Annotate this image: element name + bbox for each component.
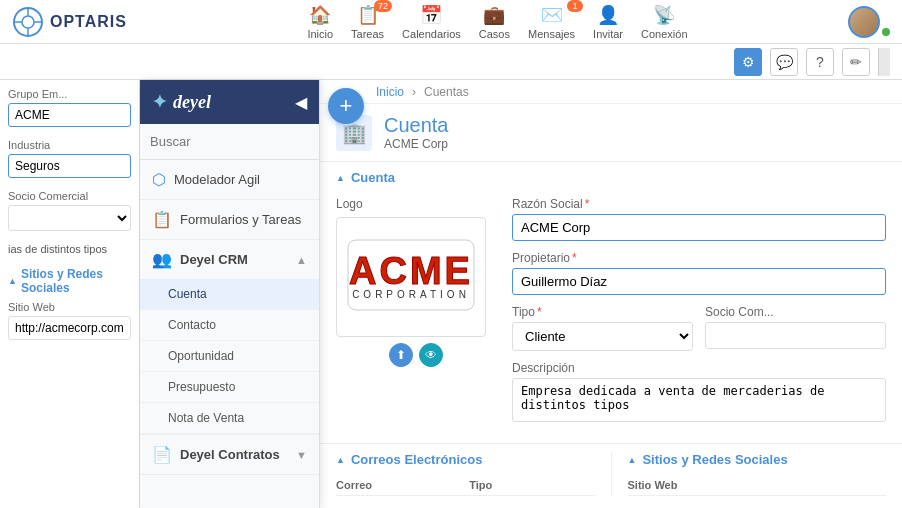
propietario-input[interactable] (512, 268, 886, 295)
industria-label: Industria (8, 139, 131, 151)
top-navigation: OPTARIS 🏠 Inicio 📋 72 Tareas 📅 Calendari… (0, 0, 902, 44)
breadcrumb-inicio[interactable]: Inicio (376, 85, 404, 99)
contratos-group-label: Deyel Contratos (180, 447, 280, 462)
sidebar-item-contacto[interactable]: Contacto (140, 310, 319, 341)
svg-text:ACME: ACME (349, 250, 473, 292)
nav-conexion-label: Conexión (641, 28, 687, 40)
contratos-icon: 📄 (152, 445, 172, 464)
razon-social-input[interactable] (512, 214, 886, 241)
sitios-section-title-bottom: Sitios y Redes Sociales (628, 452, 887, 467)
sidebar-item-oportunidad[interactable]: Oportunidad (140, 341, 319, 372)
sidebar-logo: ✦ deyel (152, 91, 211, 113)
mensajes-badge: 1 (567, 0, 583, 12)
app-name: OPTARIS (50, 13, 127, 31)
crm-chevron-icon: ▲ (296, 254, 307, 266)
toolbar-help-btn[interactable]: ? (806, 48, 834, 76)
main-layout: Grupo Em... ACME Industria Seguros Socio… (0, 80, 902, 508)
toolbar-edit-btn[interactable]: ✏ (842, 48, 870, 76)
sidebar-item-modelador[interactable]: ⬡ Modelador Agil (140, 160, 319, 200)
logo-view-btn[interactable]: 👁 (419, 343, 443, 367)
nav-calendarios[interactable]: 📅 Calendarios (402, 4, 461, 40)
sidebar-item-formularios[interactable]: 📋 Formularios y Tareas (140, 200, 319, 240)
nav-mensajes-label: Mensajes (528, 28, 575, 40)
sidebar-item-cuenta[interactable]: Cuenta (140, 279, 319, 310)
correo-col-header: Correo (336, 479, 461, 491)
logo-upload-btn[interactable]: ⬆ (389, 343, 413, 367)
contratos-chevron-icon: ▼ (296, 449, 307, 461)
razon-social-label: Razón Social * (512, 197, 886, 211)
correos-section: Correos Electrónicos Correo Tipo (336, 452, 595, 496)
sidebar-collapse-btn[interactable]: ◀ (295, 93, 307, 112)
section-title: Cuenta (336, 170, 886, 185)
acme-logo-svg: ACME CORPORATION ACME ACME (346, 232, 476, 322)
nav-calendarios-label: Calendarios (402, 28, 461, 40)
sitio-web-label: Sitio Web (8, 301, 131, 313)
tipo-row: Tipo * Cliente Proveedor Socio Competido… (512, 305, 693, 351)
sitio-web-input[interactable]: http://acmecorp.com.ar/ (8, 316, 131, 340)
sitio-web-col-header: Sitio Web (628, 479, 887, 491)
socio-comercial-label: Socio Comercial (8, 190, 131, 202)
grupo-empresa-input[interactable]: ACME (8, 103, 131, 127)
razon-social-row: Razón Social * (512, 197, 886, 241)
sitios-redes-section: Sitios y Redes Sociales Sitio Web (611, 452, 887, 496)
breadcrumb-cuentas: Cuentas (424, 85, 469, 99)
app-logo[interactable]: OPTARIS (12, 6, 127, 38)
crm-group-label: Deyel CRM (180, 252, 248, 267)
nav-invitar-label: Invitar (593, 28, 623, 40)
page-header: 🏢 Cuenta ACME Corp (320, 104, 902, 162)
sitio-web-field: Sitio Web http://acmecorp.com.ar/ (8, 301, 131, 340)
industria-input[interactable]: Seguros (8, 154, 131, 178)
propietario-required: * (572, 251, 577, 265)
sidebar-item-nota-venta[interactable]: Nota de Venta (140, 403, 319, 434)
user-avatar[interactable] (848, 6, 880, 38)
nav-conexion[interactable]: 📡 Conexión (641, 4, 687, 40)
socio-com-label: Socio Com... (705, 305, 886, 319)
logo-icon (12, 6, 44, 38)
sidebar-group-crm-header[interactable]: 👥 Deyel CRM ▲ (140, 240, 319, 279)
page-title: Cuenta (384, 114, 449, 137)
correos-section-title: Correos Electrónicos (336, 452, 595, 467)
nav-invitar[interactable]: 👤 Invitar (593, 4, 623, 40)
online-status (882, 28, 890, 36)
tipo-select[interactable]: Cliente Proveedor Socio Competidor (512, 322, 693, 351)
sidebar-group-crm: 👥 Deyel CRM ▲ Cuenta Contacto Oportunida… (140, 240, 319, 435)
sitios-table-header: Sitio Web (628, 479, 887, 496)
socio-com-input[interactable] (705, 322, 886, 349)
logo-label: Logo (336, 197, 496, 211)
propietario-row: Propietario * (512, 251, 886, 295)
nav-tareas[interactable]: 📋 72 Tareas (351, 4, 384, 40)
main-content: + Inicio › Cuentas 🏢 Cuenta ACME Corp Cu… (320, 80, 902, 508)
sidebar: ✦ deyel ◀ 🔍 ⬡ Modelador Agil 📋 Formulari… (140, 80, 320, 508)
toolbar-chat-btn[interactable]: 💬 (770, 48, 798, 76)
descripcion-textarea[interactable]: Empresa dedicada a venta de mercaderias … (512, 378, 886, 422)
page-subtitle: ACME Corp (384, 137, 449, 151)
breadcrumb: Inicio › Cuentas (320, 80, 902, 104)
grupo-empresa-field: Grupo Em... ACME (8, 88, 131, 127)
toolbar-settings-btn[interactable]: ⚙ (734, 48, 762, 76)
nav-inicio[interactable]: 🏠 Inicio (307, 4, 333, 40)
socio-comercial-select[interactable] (8, 205, 131, 231)
svg-point-1 (22, 16, 34, 28)
industria-field: Industria Seguros (8, 139, 131, 178)
tipo-label: Tipo * (512, 305, 693, 319)
cases-icon: 💼 (483, 4, 505, 26)
sitios-section-title: Sitios y Redes Sociales (8, 267, 131, 295)
form-logo-area: Logo ACME CORPORATION ACME ACME (336, 197, 496, 435)
sidebar-group-contratos-header[interactable]: 📄 Deyel Contratos ▼ (140, 435, 319, 474)
nav-mensajes[interactable]: ✉️ 1 Mensajes (528, 4, 575, 40)
page-header-text: Cuenta ACME Corp (384, 114, 449, 151)
propietario-label: Propietario * (512, 251, 886, 265)
scrollbar-track[interactable] (878, 48, 890, 76)
sidebar-item-modelador-label: Modelador Agil (174, 172, 260, 187)
invite-icon: 👤 (597, 4, 619, 26)
sidebar-item-presupuesto[interactable]: Presupuesto (140, 372, 319, 403)
sidebar-menu: ⬡ Modelador Agil 📋 Formularios y Tareas … (140, 160, 319, 475)
nav-casos[interactable]: 💼 Casos (479, 4, 510, 40)
fab-add-button[interactable]: + (328, 88, 364, 124)
bottom-sections: Correos Electrónicos Correo Tipo Sitios … (320, 443, 902, 504)
sidebar-search-input[interactable] (150, 134, 318, 149)
messages-icon: ✉️ (541, 4, 563, 26)
sidebar-group-contratos: 📄 Deyel Contratos ▼ (140, 435, 319, 475)
calendar-icon: 📅 (420, 4, 442, 26)
form-fields: Razón Social * Propietario * (512, 197, 886, 435)
